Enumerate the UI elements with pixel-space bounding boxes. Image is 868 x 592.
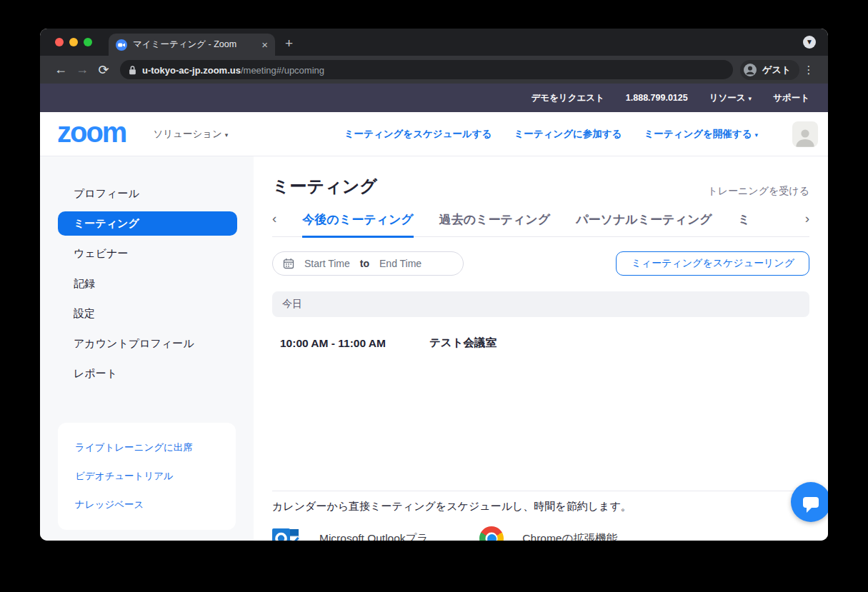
attend-live-training-link[interactable]: ライブトレーニングに出席: [58, 433, 236, 462]
sidebar-item-meetings[interactable]: ミーティング: [58, 211, 237, 236]
caret-down-icon: ▾: [749, 95, 752, 102]
sidebar: プロフィール ミーティング ウェビナー 記録 設定 アカウントプロフィール レポ…: [40, 156, 254, 541]
sidebar-item-reports[interactable]: レポート: [40, 358, 254, 388]
to-label: to: [360, 258, 369, 269]
schedule-meeting-button[interactable]: ミィーティングをスケジューリング: [616, 251, 809, 276]
tab-search-button[interactable]: ▼: [803, 36, 816, 49]
request-demo-link[interactable]: デモをリクエスト: [531, 92, 604, 104]
sidebar-footer-card: ライブトレーニングに出席 ビデオチュートリアル ナレッジベース: [58, 423, 236, 530]
sidebar-item-recordings[interactable]: 記録: [40, 269, 254, 298]
header-nav: ミーティングをスケジュールする ミーティングに参加する ミーティングを開催する▾: [344, 121, 818, 147]
today-section-header: 今日: [272, 291, 809, 317]
minimize-window-button[interactable]: [69, 38, 78, 46]
person-icon: [743, 63, 757, 77]
browser-window: マイミーティング - Zoom × + ▼ ← → ⟳ u-tokyo-ac-j…: [40, 29, 828, 541]
person-silhouette-icon: [794, 126, 817, 147]
meeting-row: 10:00 AM - 11:00 AM テスト会議室: [272, 336, 809, 351]
phone-number[interactable]: 1.888.799.0125: [626, 93, 688, 103]
end-time-input[interactable]: End Time: [379, 258, 421, 269]
host-meeting-menu[interactable]: ミーティングを開催する▾: [644, 128, 758, 141]
avatar[interactable]: [792, 121, 818, 147]
meeting-time: 10:00 AM - 11:00 AM: [280, 337, 429, 350]
sidebar-item-webinars[interactable]: ウェビナー: [40, 239, 254, 269]
browser-toolbar: ← → ⟳ u-tokyo-ac-jp.zoom.us/meeting#/upc…: [40, 56, 828, 84]
new-tab-button[interactable]: +: [285, 36, 293, 51]
outlook-icon: [272, 526, 301, 541]
calendar-icon: [283, 258, 294, 269]
meeting-tabs: ‹ 今後のミーティング 過去のミーティング パーソナルミーティング ミ ›: [272, 209, 809, 237]
zoom-header: zoom ソリューション▾ ミーティングをスケジュールする ミーティングに参加す…: [40, 112, 828, 156]
zoom-topbar: デモをリクエスト 1.888.799.0125 リソース▾ サポート: [40, 84, 828, 112]
url-host: u-tokyo-ac-jp.zoom.us: [142, 65, 241, 76]
knowledge-base-link[interactable]: ナレッジベース: [58, 491, 236, 519]
integrations-section: カレンダーから直接ミーティングをスケジュールし、時間を節約します。 Micros…: [272, 491, 809, 541]
main-panel: ミーティング トレーニングを受ける ‹ 今後のミーティング 過去のミーティング …: [254, 156, 828, 541]
browser-tab-strip: マイミーティング - Zoom × + ▼: [40, 29, 828, 56]
window-controls: [55, 38, 92, 46]
chrome-icon: [479, 526, 504, 541]
chat-bubble-icon: [803, 497, 819, 508]
solutions-menu[interactable]: ソリューション▾: [153, 128, 228, 141]
chat-support-button[interactable]: [791, 482, 828, 522]
meeting-topic-link[interactable]: テスト会議室: [429, 336, 497, 351]
tabs-scroll-left-icon[interactable]: ‹: [272, 211, 276, 235]
outlook-plugin-label: Microsoft Outlookプラ: [319, 531, 428, 541]
zoom-favicon-icon: [116, 39, 127, 51]
tabs-scroll-right-icon[interactable]: ›: [805, 211, 809, 235]
join-meeting-link[interactable]: ミーティングに参加する: [514, 128, 622, 141]
schedule-meeting-link[interactable]: ミーティングをスケジュールする: [344, 128, 492, 141]
zoom-logo[interactable]: zoom: [57, 118, 126, 146]
browser-menu-icon[interactable]: ⋮: [799, 64, 818, 76]
tab-close-icon[interactable]: ×: [261, 39, 268, 50]
back-icon[interactable]: ←: [50, 62, 71, 77]
forward-icon[interactable]: →: [71, 62, 93, 77]
divider: [272, 491, 809, 491]
tab-truncated[interactable]: ミ: [738, 209, 750, 236]
page-title: ミーティング: [272, 175, 377, 198]
chrome-extension-button[interactable]: Chromeの拡張機能: [479, 526, 617, 541]
date-range-picker[interactable]: Start Time to End Time: [272, 251, 464, 276]
tab-title: マイミーティング - Zoom: [133, 39, 256, 51]
tab-personal-meetings[interactable]: パーソナルミーティング: [576, 209, 712, 236]
guest-profile-badge[interactable]: ゲスト: [740, 60, 799, 80]
outlook-plugin-button[interactable]: Microsoft Outlookプラ: [272, 526, 428, 541]
caret-down-icon: ▾: [754, 131, 758, 139]
guest-label: ゲスト: [762, 64, 791, 76]
page-content: プロフィール ミーティング ウェビナー 記録 設定 アカウントプロフィール レポ…: [40, 156, 828, 541]
sidebar-item-settings[interactable]: 設定: [40, 298, 254, 328]
calendar-promo-text: カレンダーから直接ミーティングをスケジュールし、時間を節約します。: [272, 500, 809, 513]
maximize-window-button[interactable]: [84, 38, 92, 46]
lock-icon: [129, 65, 136, 75]
address-bar[interactable]: u-tokyo-ac-jp.zoom.us/meeting#/upcoming: [120, 60, 733, 79]
video-tutorials-link[interactable]: ビデオチュートリアル: [58, 462, 236, 491]
support-link[interactable]: サポート: [773, 92, 809, 104]
url-path: /meeting#/upcoming: [241, 65, 324, 76]
sidebar-item-account-profile[interactable]: アカウントプロフィール: [40, 328, 254, 358]
close-window-button[interactable]: [55, 38, 64, 46]
tab-upcoming-meetings[interactable]: 今後のミーティング: [302, 209, 413, 238]
reload-icon[interactable]: ⟳: [93, 62, 114, 78]
browser-tab[interactable]: マイミーティング - Zoom ×: [109, 34, 275, 56]
caret-down-icon: ▾: [225, 131, 229, 139]
start-time-input[interactable]: Start Time: [304, 258, 350, 269]
resources-menu[interactable]: リソース▾: [709, 92, 752, 104]
sidebar-item-profile[interactable]: プロフィール: [40, 179, 254, 209]
get-training-link[interactable]: トレーニングを受ける: [707, 185, 809, 198]
chrome-extension-label: Chromeの拡張機能: [522, 531, 617, 541]
tab-previous-meetings[interactable]: 過去のミーティング: [439, 209, 550, 236]
